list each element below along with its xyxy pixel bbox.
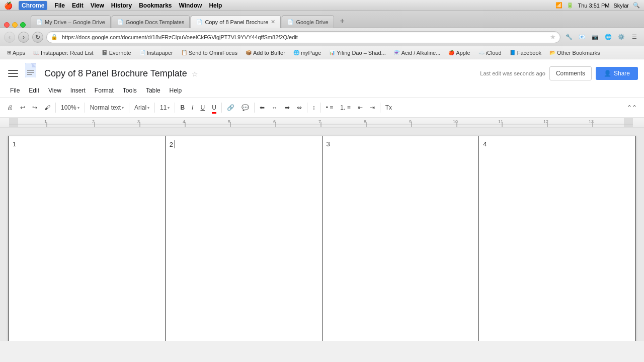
text-color-button[interactable]: U (209, 101, 219, 115)
align-right-button[interactable]: ➡ (282, 101, 293, 115)
chrome-menu[interactable]: Chrome (19, 1, 47, 10)
bookmark-star-icon[interactable]: ★ (550, 33, 556, 41)
docs-menu-help[interactable]: Help (166, 85, 186, 96)
underline-button[interactable]: U (197, 101, 208, 115)
docs-menu-tools[interactable]: Tools (119, 85, 141, 96)
docs-menu-edit[interactable]: Edit (25, 85, 43, 96)
italic-button[interactable]: I (189, 101, 196, 115)
bookmark-other[interactable]: 📂 Other Bookmarks (546, 49, 603, 57)
tab-brochure[interactable]: 📄 Copy of 8 Panel Brochure ✕ (191, 15, 281, 28)
doc-star-icon[interactable]: ☆ (192, 70, 198, 78)
doc-area[interactable]: 1 2 3 4 (0, 128, 644, 341)
undo-button[interactable]: ↩ (17, 101, 28, 115)
comments-button[interactable]: Comments (549, 66, 592, 80)
forward-button[interactable]: › (18, 32, 29, 43)
toolbar-sep-9 (320, 103, 321, 113)
address-bar[interactable]: 🔒 https://docs.google.com/document/d/18v… (46, 31, 560, 43)
bookmark-evernote[interactable]: 📓 Evernote (99, 49, 134, 57)
clear-formatting-button[interactable]: Tx (382, 101, 395, 115)
bold-button[interactable]: B (177, 101, 188, 115)
share-button[interactable]: 👤 Share (596, 67, 638, 80)
view-menu[interactable]: View (91, 2, 104, 9)
docs-menu-insert[interactable]: Insert (66, 85, 90, 96)
align-justify-button[interactable]: ⇔ (294, 101, 305, 115)
bookmark-instapaper[interactable]: 📄 Instapaper (136, 49, 176, 57)
line-spacing-button[interactable]: ↕ (309, 101, 318, 115)
help-menu[interactable]: Help (209, 2, 222, 9)
bookmarks-menu[interactable]: Bookmarks (139, 2, 172, 9)
tab-google-docs-templates[interactable]: 📄 Google Docs Templates (112, 15, 190, 28)
font-size-dropdown[interactable]: 11 ▾ (157, 101, 173, 115)
tab-my-drive[interactable]: 📄 My Drive – Google Drive (31, 15, 111, 28)
minimize-window-btn[interactable] (12, 22, 18, 28)
svg-text:6: 6 (273, 119, 276, 124)
align-left-button[interactable]: ⬅ (257, 101, 268, 115)
style-arrow: ▾ (122, 106, 124, 110)
tab-google-drive[interactable]: 📄 Google Drive (282, 15, 334, 28)
file-menu[interactable]: File (54, 2, 65, 9)
svg-text:13: 13 (589, 119, 594, 124)
extension-icon-2[interactable]: 📧 (577, 32, 588, 43)
font-dropdown[interactable]: Arial ▾ (131, 101, 152, 115)
maximize-window-btn[interactable] (20, 22, 26, 28)
extension-icon-3[interactable]: 📷 (590, 32, 601, 43)
paint-format-button[interactable]: 🖌 (41, 101, 53, 115)
docs-menu-format[interactable]: Format (91, 85, 118, 96)
extension-icon-5[interactable]: ⚙️ (616, 32, 627, 43)
back-button[interactable]: ‹ (4, 32, 15, 43)
extension-icon-1[interactable]: 🔧 (564, 32, 575, 43)
numbered-list-button[interactable]: 1. ≡ (337, 101, 353, 115)
chrome-settings-icon[interactable]: ☰ (629, 32, 640, 43)
collapse-toolbar-button[interactable]: ⌃⌃ (624, 101, 640, 115)
svg-text:3: 3 (137, 119, 140, 124)
print-button[interactable]: 🖨 (4, 101, 16, 115)
bookmark-instapaper-read[interactable]: 📖 Instapaper: Read List (30, 49, 97, 57)
apple-menu[interactable]: 🍎 (4, 2, 13, 10)
align-center-button[interactable]: ↔ (269, 101, 281, 115)
bookmark-buffer[interactable]: 📦 Add to Buffer (243, 49, 288, 57)
bookmark-acid[interactable]: ⚗️ Acid / Alkaline... (391, 49, 444, 57)
reload-button[interactable]: ↻ (32, 32, 43, 43)
tab-favicon-my-drive: 📄 (36, 19, 42, 25)
docs-menu-table[interactable]: Table (142, 85, 165, 96)
menu-line-2 (8, 73, 18, 74)
docs-menu-file[interactable]: File (6, 85, 24, 96)
panel-2[interactable]: 2 (165, 136, 322, 341)
window-menu[interactable]: Window (179, 2, 202, 9)
zoom-dropdown[interactable]: 100% ▾ (58, 101, 83, 115)
close-window-btn[interactable] (4, 22, 10, 28)
decrease-indent-button[interactable]: ⇤ (355, 101, 366, 115)
bookmark-acid-label: Acid / Alkaline... (401, 50, 441, 56)
facebook-favicon: 📘 (510, 50, 516, 55)
new-tab-button[interactable]: + (337, 15, 348, 28)
bookmark-yifing[interactable]: 📊 Yifing Dao – Shad... (326, 49, 388, 57)
bookmark-icloud[interactable]: ☁️ iCloud (475, 49, 505, 57)
panel-3-number: 3 (327, 140, 330, 148)
bookmark-mypage[interactable]: 🌐 myPage (290, 49, 324, 57)
docs-menu-view[interactable]: View (44, 85, 65, 96)
panel-3[interactable]: 3 (322, 136, 479, 341)
style-dropdown[interactable]: Normal text ▾ (87, 101, 127, 115)
panel-1[interactable]: 1 (9, 136, 166, 341)
redo-button[interactable]: ↪ (29, 101, 40, 115)
insert-comment-button[interactable]: 💬 (238, 101, 252, 115)
bulleted-list-button[interactable]: • ≡ (323, 101, 337, 115)
panel-4[interactable]: 4 (479, 136, 636, 341)
docs-menu-icon[interactable] (6, 66, 20, 80)
search-icon[interactable]: 🔍 (633, 2, 640, 9)
extension-icon-4[interactable]: 🌐 (603, 32, 614, 43)
tab-close-brochure[interactable]: ✕ (271, 19, 275, 25)
docs-title-area: Copy of 8 Panel Brochure Template ☆ (44, 68, 480, 79)
insert-link-button[interactable]: 🔗 (224, 101, 237, 115)
docs-logo-icon (24, 63, 40, 83)
bookmark-facebook[interactable]: 📘 Facebook (507, 49, 544, 57)
bookmark-instapaper-read-label: Instapaper: Read List (41, 50, 94, 56)
bookmark-omnifocus[interactable]: 📋 Send to OmniFocus (178, 49, 240, 57)
history-menu[interactable]: History (111, 2, 132, 9)
doc-title[interactable]: Copy of 8 Panel Brochure Template (44, 68, 187, 78)
bookmark-apps[interactable]: ⊞ Apps (4, 49, 28, 57)
bookmark-apple[interactable]: 🍎 Apple (445, 49, 473, 57)
increase-indent-button[interactable]: ⇥ (367, 101, 378, 115)
svg-text:5: 5 (228, 119, 230, 124)
edit-menu[interactable]: Edit (72, 2, 84, 9)
